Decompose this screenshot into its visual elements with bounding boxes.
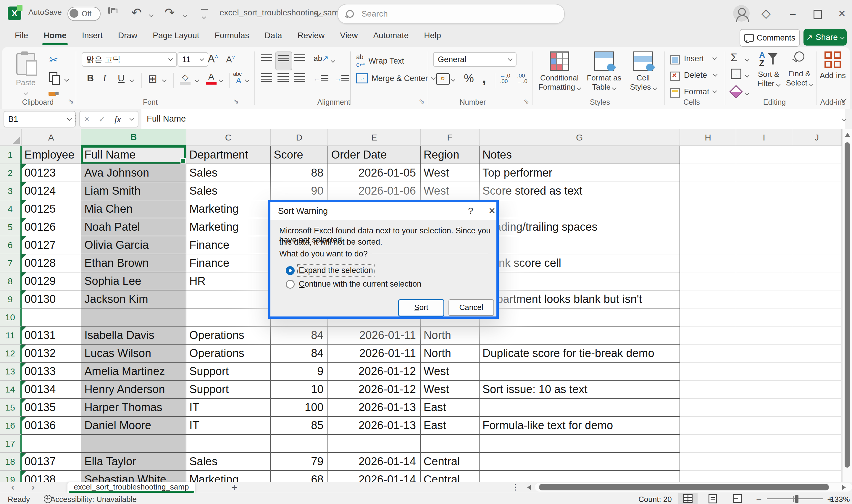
active-cell-B1[interactable]: Full Name bbox=[81, 146, 186, 164]
addins-button[interactable]: Add-ins bbox=[819, 52, 846, 80]
cell[interactable] bbox=[479, 272, 680, 290]
align-left-button[interactable] bbox=[258, 70, 274, 88]
decrease-font-button[interactable]: A˅ bbox=[226, 54, 235, 65]
cell[interactable] bbox=[479, 399, 680, 417]
number-format-select[interactable]: General bbox=[433, 52, 516, 67]
cell[interactable] bbox=[736, 435, 792, 453]
cell[interactable]: Score bbox=[271, 146, 328, 164]
cell[interactable] bbox=[736, 182, 792, 200]
cell[interactable]: 88 bbox=[271, 164, 328, 182]
borders-dropdown[interactable] bbox=[163, 77, 166, 83]
horizontal-scroll-thumb[interactable] bbox=[539, 484, 829, 490]
cell[interactable]: 00131 bbox=[22, 326, 81, 345]
search-input[interactable]: Search bbox=[337, 4, 565, 24]
align-center-button[interactable] bbox=[275, 70, 291, 88]
row-header-19[interactable]: 19 bbox=[0, 471, 22, 482]
alignment-dialog-launcher[interactable]: ⇘ bbox=[419, 97, 424, 105]
cell[interactable]: Daniel Moore bbox=[81, 417, 186, 435]
comma-style-button[interactable]: , bbox=[482, 70, 486, 86]
font-name-select[interactable]: 맑은 고딕 bbox=[81, 52, 177, 67]
cell[interactable]: West bbox=[421, 182, 479, 200]
cell[interactable]: Top performer bbox=[479, 164, 680, 182]
cell[interactable]: Department looks blank but isn't bbox=[479, 290, 680, 308]
cell[interactable] bbox=[736, 272, 792, 290]
cell[interactable]: 2026-01-06 bbox=[328, 182, 420, 200]
menu-tab-automate[interactable]: Automate bbox=[365, 26, 416, 46]
cell[interactable] bbox=[479, 236, 680, 254]
cell[interactable] bbox=[680, 146, 736, 164]
cell[interactable] bbox=[271, 435, 328, 453]
row-header-2[interactable]: 2 bbox=[0, 164, 22, 182]
share-button[interactable]: ↗ Share bbox=[803, 29, 847, 46]
page-break-view-button[interactable] bbox=[728, 493, 747, 504]
cell[interactable]: 00124 bbox=[22, 182, 81, 200]
cell[interactable]: 100 bbox=[271, 399, 328, 417]
cell[interactable]: Marketing bbox=[186, 218, 271, 236]
page-layout-view-button[interactable] bbox=[703, 493, 722, 504]
accounting-dropdown[interactable] bbox=[451, 77, 455, 82]
cell[interactable]: Notes bbox=[479, 146, 680, 164]
close-button[interactable]: × bbox=[834, 6, 850, 21]
cell[interactable] bbox=[792, 218, 842, 236]
decrease-indent-button[interactable]: ← bbox=[313, 74, 328, 83]
comments-button[interactable]: Comments bbox=[740, 29, 800, 47]
column-header-B[interactable]: B bbox=[81, 129, 186, 146]
font-color-dropdown[interactable] bbox=[219, 77, 223, 83]
fill-color-dropdown[interactable] bbox=[195, 77, 199, 83]
name-box[interactable]: B1 bbox=[3, 111, 76, 127]
insert-function-icon[interactable]: fx bbox=[114, 114, 121, 124]
fill-button[interactable]: ↓ bbox=[731, 69, 741, 79]
zoom-slider-track[interactable] bbox=[767, 498, 823, 499]
cell[interactable] bbox=[736, 254, 792, 272]
cell[interactable] bbox=[680, 218, 736, 236]
cell[interactable] bbox=[680, 200, 736, 218]
fill-dropdown[interactable] bbox=[745, 73, 749, 78]
format-as-table-button[interactable]: Format as Table bbox=[583, 52, 625, 92]
cell[interactable]: 2026-01-11 bbox=[328, 326, 420, 345]
prev-sheet-button[interactable]: ‹ bbox=[11, 481, 15, 492]
cell[interactable] bbox=[736, 308, 792, 326]
cell[interactable] bbox=[736, 218, 792, 236]
cell[interactable] bbox=[186, 290, 271, 308]
cell[interactable]: East bbox=[421, 399, 479, 417]
cell[interactable] bbox=[479, 326, 680, 345]
cell[interactable]: Leading/trailing spaces bbox=[479, 218, 680, 236]
cell[interactable] bbox=[680, 164, 736, 182]
menu-tab-data[interactable]: Data bbox=[257, 26, 290, 46]
menu-tab-review[interactable]: Review bbox=[290, 26, 332, 46]
cut-button[interactable]: ✂ bbox=[49, 54, 58, 66]
accessibility-status[interactable]: Accessibility: Unavailable bbox=[50, 495, 137, 504]
column-header-D[interactable]: D bbox=[271, 129, 328, 146]
font-size-select[interactable]: 11 bbox=[178, 52, 208, 67]
cell[interactable] bbox=[792, 381, 842, 399]
cell[interactable]: 2026-01-12 bbox=[328, 381, 420, 399]
underline-dropdown[interactable] bbox=[130, 77, 133, 83]
row-header-3[interactable]: 3 bbox=[0, 182, 22, 200]
cell[interactable]: Central bbox=[421, 453, 479, 471]
cell[interactable]: 2026-01-11 bbox=[328, 345, 420, 363]
menu-tab-view[interactable]: View bbox=[332, 26, 365, 46]
horizontal-scrollbar[interactable] bbox=[535, 483, 852, 491]
menu-tab-formulas[interactable]: Formulas bbox=[207, 26, 257, 46]
cell[interactable] bbox=[680, 290, 736, 308]
cell[interactable]: 2026-01-14 bbox=[328, 471, 420, 482]
increase-font-button[interactable]: A˄ bbox=[208, 53, 218, 65]
cell[interactable]: West bbox=[421, 363, 479, 381]
cell[interactable]: 00133 bbox=[22, 363, 81, 381]
fx-dropdown-icon[interactable] bbox=[129, 116, 134, 121]
cell[interactable] bbox=[680, 345, 736, 363]
autosave-toggle[interactable]: Off bbox=[68, 7, 101, 21]
cell[interactable]: Amelia Martinez bbox=[81, 363, 186, 381]
active-sheet-tab[interactable]: excel_sort_troubleshooting_samp bbox=[68, 482, 195, 493]
orientation-button[interactable]: ab↗ bbox=[313, 54, 329, 63]
font-dialog-launcher[interactable]: ⇘ bbox=[233, 97, 238, 105]
column-header-E[interactable]: E bbox=[328, 129, 420, 146]
row-header-17[interactable]: 17 bbox=[0, 435, 22, 453]
cell[interactable] bbox=[792, 236, 842, 254]
cell[interactable]: 00136 bbox=[22, 417, 81, 435]
save-button[interactable] bbox=[108, 8, 110, 13]
cell[interactable]: Central bbox=[421, 471, 479, 482]
phonetic-dropdown[interactable] bbox=[246, 77, 249, 83]
cell[interactable] bbox=[792, 363, 842, 381]
cell[interactable]: Jackson Kim bbox=[81, 290, 186, 308]
